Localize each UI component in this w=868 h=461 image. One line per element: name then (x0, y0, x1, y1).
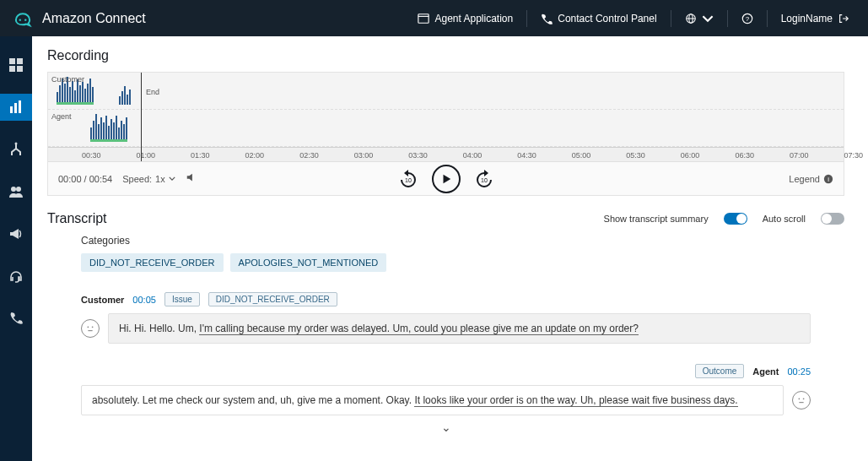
sidebar (0, 36, 32, 461)
sidebar-users[interactable] (0, 178, 32, 205)
rewind-10-button[interactable]: 10 (398, 169, 418, 189)
customer-bars-2 (119, 78, 131, 105)
end-marker: End (146, 88, 159, 96)
svg-text:i: i (828, 175, 829, 182)
speaker-label: Agent (752, 366, 779, 377)
svg-rect-15 (19, 100, 21, 113)
svg-text:10: 10 (405, 177, 412, 183)
sentiment-neutral-icon (81, 319, 100, 338)
legend-label: Legend (789, 174, 820, 184)
svg-point-24 (92, 326, 94, 328)
forward-10-button[interactable]: 10 (474, 169, 494, 189)
svg-rect-12 (17, 66, 23, 72)
agent-bars (90, 115, 127, 142)
turn-text: Hi. Hi. Hello. Um, I'm calling because m… (108, 313, 811, 344)
svg-point-27 (803, 398, 805, 399)
top-bar: Amazon Connect Agent Application Contact… (0, 0, 868, 36)
sidebar-headset[interactable] (0, 263, 32, 290)
speed-label: Speed: (122, 174, 152, 184)
time-tick: 03:30 (408, 151, 428, 160)
waveform-customer-label: Customer (51, 75, 84, 84)
separator (727, 10, 728, 27)
help-icon: ? (741, 13, 753, 24)
window-icon (418, 13, 429, 24)
svg-point-0 (19, 19, 21, 20)
svg-point-26 (799, 398, 801, 399)
svg-point-16 (15, 143, 18, 145)
phone-icon (541, 13, 553, 24)
agent-application-label: Agent Application (434, 13, 513, 24)
time-tick: 01:30 (191, 151, 210, 160)
svg-rect-11 (9, 66, 15, 72)
playback-controls: 10 10 (398, 165, 494, 193)
info-icon: i (823, 174, 833, 184)
time-tick: 07:00 (790, 151, 809, 160)
chevron-down-icon (702, 13, 714, 24)
transcript-turn-agent: Outcome Agent 00:25 absolutely. Let me c… (81, 364, 811, 415)
categories-heading: Categories (81, 235, 844, 247)
turn-tag[interactable]: Issue (164, 292, 200, 306)
time-tick: 05:30 (626, 151, 645, 160)
ccp-label: Contact Control Panel (558, 13, 656, 24)
speed-control[interactable]: Speed: 1x (122, 174, 175, 184)
time-tick: 04:30 (517, 151, 536, 160)
transcript-turn-customer: Customer 00:05 Issue DID_NOT_RECEIVE_ORD… (81, 292, 811, 344)
summary-toggle[interactable] (724, 213, 747, 225)
sentiment-neutral-icon (792, 391, 811, 409)
logout-icon (838, 13, 849, 24)
help-link[interactable]: ? (735, 13, 760, 24)
chevron-down-icon (169, 176, 175, 181)
time-tick: 01:00 (137, 151, 156, 160)
waveform-agent-label: Agent (51, 112, 72, 121)
recording-title: Recording (47, 48, 844, 63)
svg-point-23 (88, 326, 89, 328)
speaker-label: Customer (81, 295, 124, 305)
waveform-area[interactable]: Customer End Agent 00:3001:0001:3002:000… (47, 72, 844, 196)
svg-rect-2 (418, 14, 429, 23)
separator (526, 10, 527, 27)
player-bar: 00:00 / 00:54 Speed: 1x 10 10 Legend i (48, 161, 844, 195)
sidebar-dashboard[interactable] (0, 52, 32, 79)
connect-logo-icon (12, 8, 34, 30)
time-tick: 03:00 (354, 151, 374, 160)
svg-text:10: 10 (481, 177, 488, 183)
sidebar-routing[interactable] (0, 136, 32, 163)
category-chip[interactable]: APOLOGIES_NOT_MENTIONED (230, 253, 387, 272)
login-name[interactable]: LoginName (774, 13, 856, 24)
play-button[interactable] (432, 165, 461, 193)
svg-text:?: ? (745, 14, 749, 22)
autoscroll-toggle[interactable] (821, 213, 844, 225)
language-menu[interactable] (678, 13, 720, 24)
time-tick: 02:00 (245, 151, 265, 160)
time-tick: 05:00 (572, 151, 591, 160)
turn-timestamp[interactable]: 00:05 (132, 295, 156, 305)
contact-control-panel-link[interactable]: Contact Control Panel (534, 13, 663, 24)
sidebar-phone[interactable] (0, 305, 32, 332)
autoscroll-toggle-label: Auto scroll (763, 214, 806, 224)
category-chip[interactable]: DID_NOT_RECEIVE_ORDER (81, 253, 224, 272)
turn-tag[interactable]: DID_NOT_RECEIVE_ORDER (208, 292, 337, 306)
turn-tag[interactable]: Outcome (695, 364, 745, 378)
time-readout: 00:00 / 00:54 (58, 174, 112, 184)
volume-button[interactable] (186, 171, 197, 186)
main-content: Recording Customer End Agent 00:3001:000… (32, 36, 868, 461)
svg-rect-14 (14, 103, 17, 113)
sidebar-announce[interactable] (0, 220, 32, 247)
svg-rect-10 (17, 58, 23, 64)
time-tick: 04:00 (463, 151, 483, 160)
speed-value: 1x (155, 174, 165, 184)
time-tick: 02:30 (299, 151, 319, 160)
login-name-label: LoginName (781, 13, 833, 24)
waveform-agent-row: Agent (48, 110, 844, 147)
svg-point-1 (24, 19, 26, 20)
category-chips: DID_NOT_RECEIVE_ORDER APOLOGIES_NOT_MENT… (81, 253, 844, 272)
time-tick: 06:30 (735, 151, 754, 160)
sidebar-analytics[interactable] (0, 94, 32, 121)
time-tick: 06:00 (681, 151, 700, 160)
globe-icon (685, 13, 697, 24)
separator (671, 10, 671, 27)
legend-button[interactable]: Legend i (789, 174, 833, 184)
expand-transcript[interactable]: ⌄ (47, 420, 844, 434)
turn-timestamp[interactable]: 00:25 (787, 366, 811, 377)
agent-application-link[interactable]: Agent Application (411, 13, 520, 24)
